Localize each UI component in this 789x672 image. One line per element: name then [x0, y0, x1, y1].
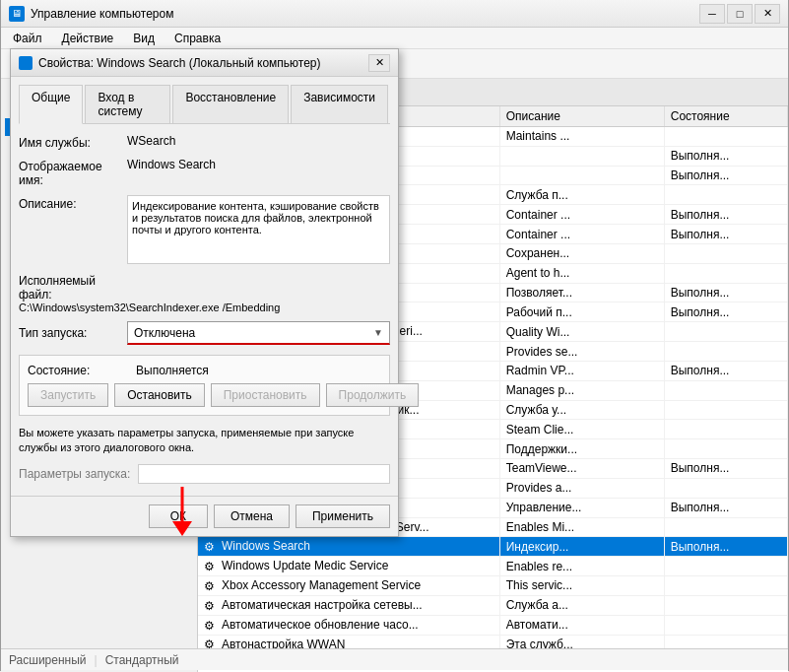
service-status-cell: Выполня...	[664, 205, 787, 225]
dialog-tabs: Общие Вход в систему Восстановление Зави…	[19, 85, 390, 124]
service-status-cell: Выполня...	[664, 459, 787, 479]
display-name-row: Отображаемое имя: Windows Search	[19, 158, 390, 187]
status-value: Выполняется	[136, 364, 209, 377]
service-status-cell: Выполня...	[664, 146, 787, 166]
service-status-cell: Выполня...	[664, 225, 787, 244]
service-status-cell	[664, 517, 787, 537]
dialog-footer: ОК Отмена Применить	[11, 496, 398, 536]
menu-action[interactable]: Действие	[58, 30, 118, 47]
startup-type-dropdown[interactable]: Отключена ▼	[127, 321, 390, 345]
close-button[interactable]: ✕	[755, 4, 780, 24]
table-row[interactable]: ⚙Автоматическое обновление часо...Автома…	[198, 615, 788, 635]
startup-type-value: Отключена	[134, 326, 195, 340]
service-desc-cell: Автомати...	[499, 615, 664, 635]
dialog-title-bar: Свойства: Windows Search (Локальный комп…	[11, 49, 398, 77]
service-desc-cell: Позволяет...	[499, 283, 664, 302]
cancel-button[interactable]: Отмена	[214, 504, 290, 528]
service-name-cell: ⚙Автоматическое обновление часо...	[198, 615, 499, 635]
service-status-cell	[664, 576, 787, 596]
service-status-cell	[664, 322, 787, 342]
service-name-label: Имя службы:	[19, 134, 127, 150]
tab-general[interactable]: Общие	[19, 85, 83, 124]
status-bar: Расширенный | Стандартный	[1, 648, 788, 670]
col-status[interactable]: Состояние	[664, 106, 787, 127]
table-row[interactable]: ⚙Xbox Accessory Management ServiceThis s…	[198, 576, 788, 596]
col-desc[interactable]: Описание	[499, 106, 664, 127]
action-buttons: Запустить Остановить Приостановить Продо…	[28, 383, 381, 407]
description-row: Описание:	[19, 195, 390, 264]
exec-path-section: Исполняемый файл: C:\Windows\system32\Se…	[19, 272, 390, 313]
gear-icon: ⚙	[204, 599, 218, 613]
table-row[interactable]: ⚙Автоматическая настройка сетевы...Служб…	[198, 595, 788, 615]
start-button[interactable]: Запустить	[28, 383, 108, 407]
menu-help[interactable]: Справка	[170, 30, 225, 47]
service-desc-cell: Container ...	[499, 225, 664, 244]
service-desc-cell: Поддержки...	[499, 439, 664, 459]
startup-type-row: Тип запуска: Отключена ▼	[19, 321, 390, 345]
service-desc-cell: Radmin VP...	[499, 361, 664, 380]
menu-view[interactable]: Вид	[129, 30, 159, 47]
exec-path-label: Исполняемый файл:	[19, 272, 127, 302]
service-desc-cell: Manages p...	[499, 380, 664, 400]
service-status-cell: Выполня...	[664, 166, 787, 185]
service-desc-cell: Enables re...	[499, 557, 664, 576]
service-desc-cell: Рабочий п...	[499, 302, 664, 322]
apply-button[interactable]: Применить	[296, 504, 390, 528]
service-status-cell: Выполня...	[664, 498, 787, 517]
status-row: Состояние: Выполняется	[28, 364, 381, 377]
service-desc-cell: Provides a...	[499, 478, 664, 498]
service-desc-cell: Agent to h...	[499, 263, 664, 283]
description-label: Описание:	[19, 195, 127, 211]
stop-button[interactable]: Остановить	[114, 383, 205, 407]
service-desc-cell: Сохранен...	[499, 243, 664, 263]
minimize-button[interactable]: ─	[699, 4, 725, 24]
gear-icon: ⚙	[204, 579, 218, 593]
table-row[interactable]: ⚙Windows Update Medic ServiceEnables re.…	[198, 557, 788, 576]
service-status-cell: Выполня...	[664, 283, 787, 302]
tab-dependencies[interactable]: Зависимости	[291, 85, 388, 123]
service-desc-cell: Quality Wi...	[499, 322, 664, 342]
service-name-cell: ⚙Windows Search	[198, 537, 499, 557]
service-desc-cell: Индексир...	[499, 537, 664, 557]
service-status-cell	[664, 380, 787, 400]
pause-button[interactable]: Приостановить	[211, 383, 320, 407]
resume-button[interactable]: Продолжить	[326, 383, 420, 407]
service-desc-cell: Steam Clie...	[499, 420, 664, 439]
service-status-cell: Выполня...	[664, 537, 787, 557]
dialog-title: Свойства: Windows Search (Локальный комп…	[38, 56, 368, 70]
table-row[interactable]: ⚙Windows SearchИндексир...Выполня...	[198, 537, 788, 557]
service-status-cell	[664, 400, 787, 420]
service-desc-cell: Служба а...	[499, 595, 664, 615]
service-desc-cell	[499, 166, 664, 185]
params-input[interactable]	[138, 464, 390, 484]
service-desc-cell: Maintains ...	[499, 127, 664, 147]
title-bar: 🖥 Управление компьютером ─ □ ✕	[1, 0, 788, 28]
service-desc-cell: TeamViewe...	[499, 459, 664, 479]
service-desc-cell: Служба у...	[499, 400, 664, 420]
service-status-cell	[664, 439, 787, 459]
service-status-cell	[664, 615, 787, 635]
menu-file[interactable]: Файл	[9, 30, 46, 47]
gear-icon: ⚙	[204, 619, 218, 633]
gear-icon: ⚙	[204, 560, 218, 573]
service-desc-cell: This servic...	[499, 576, 664, 596]
service-desc-cell: Управление...	[499, 498, 664, 517]
status-right: Стандартный	[105, 653, 179, 667]
maximize-button[interactable]: □	[727, 4, 753, 24]
service-status-cell	[664, 127, 787, 147]
service-properties-dialog: Свойства: Windows Search (Локальный комп…	[10, 48, 399, 537]
tab-recovery[interactable]: Восстановление	[172, 85, 289, 123]
app-icon: 🖥	[9, 6, 25, 22]
service-status-cell	[664, 185, 787, 205]
service-status-cell	[664, 243, 787, 263]
params-row: Параметры запуска:	[19, 464, 390, 484]
status-label: Состояние:	[28, 364, 136, 377]
description-textarea[interactable]	[127, 195, 390, 264]
exec-path-value: C:\Windows\system32\SearchIndexer.exe /E…	[19, 302, 390, 313]
tab-logon[interactable]: Вход в систему	[85, 85, 170, 123]
dialog-close-button[interactable]: ✕	[368, 54, 390, 72]
menu-bar: Файл Действие Вид Справка	[1, 28, 788, 49]
service-name-value: WSearch	[127, 134, 390, 148]
service-status-cell	[664, 263, 787, 283]
ok-button[interactable]: ОК	[149, 504, 208, 528]
